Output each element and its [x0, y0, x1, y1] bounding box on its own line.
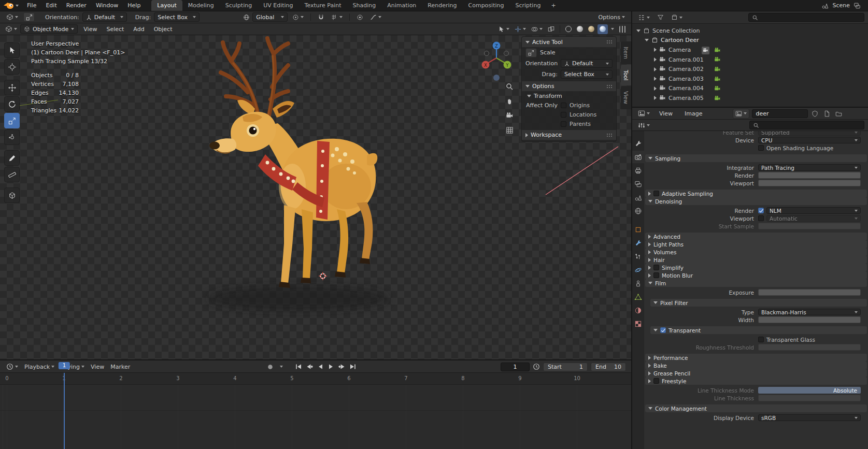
3d-viewport[interactable]: User Perspective (1) Cartoon Deer | Plan…	[0, 35, 631, 359]
move-tool-button[interactable]	[4, 80, 20, 95]
topbar-menu-item[interactable]: Window	[91, 0, 123, 11]
simplify-checkbox[interactable]	[653, 265, 659, 270]
cursor-tool-button[interactable]	[4, 59, 20, 75]
scale-tool-chip[interactable]	[525, 48, 537, 57]
fake-user-button[interactable]	[810, 109, 820, 118]
denoise-viewport-checkbox[interactable]	[758, 215, 764, 221]
sampling-section-header[interactable]: Sampling	[645, 154, 867, 162]
integrator-dropdown[interactable]: Path Tracing	[758, 164, 861, 171]
transparent-subsection-header[interactable]: Transparent	[650, 326, 867, 334]
next-keyframe-button[interactable]	[337, 362, 347, 371]
mode-dropdown[interactable]: Object Mode	[20, 24, 78, 34]
auto-keying-button[interactable]	[265, 362, 275, 371]
tab-render[interactable]	[632, 151, 644, 163]
grease-pencil-section-header[interactable]: Grease Pencil	[645, 369, 867, 377]
camera-object-row[interactable]: Camera.005	[632, 93, 868, 103]
filter-width-field[interactable]	[758, 316, 861, 323]
panel-orientation-dropdown[interactable]: Default	[561, 59, 613, 68]
image-view-menu[interactable]: View	[654, 110, 677, 117]
playback-menu[interactable]: Playback	[22, 362, 56, 372]
viewport-menu-item[interactable]: Object	[149, 26, 177, 33]
transparent-glass-checkbox[interactable]	[758, 337, 764, 342]
shading-rendered-button[interactable]	[597, 24, 608, 34]
light-paths-section-header[interactable]: Light Paths	[645, 240, 867, 248]
proportional-editing-toggle[interactable]	[354, 12, 365, 22]
navigation-gizmo[interactable]: Z X Y	[477, 39, 516, 83]
parents-checkbox[interactable]	[561, 121, 566, 127]
camera-object-row[interactable]: Camera.002	[632, 64, 868, 74]
orientation-dropdown[interactable]: Default	[82, 12, 127, 22]
timeline-ruler[interactable]: 012345678910	[0, 373, 631, 385]
topbar-menu-item[interactable]: Help	[123, 0, 145, 11]
simplify-section-header[interactable]: Simplify	[645, 264, 867, 271]
topbar-menu-item[interactable]: File	[22, 0, 41, 11]
collection-row[interactable]: Cartoon Deer	[632, 36, 868, 46]
proportional-falloff-dropdown[interactable]	[368, 12, 383, 22]
topbar-menu-item[interactable]: Edit	[41, 0, 61, 11]
freestyle-checkbox[interactable]	[653, 378, 659, 384]
options-dropdown[interactable]: Options	[596, 12, 627, 22]
pivot-orientation-dropdown[interactable]: Global	[252, 12, 288, 22]
pixel-filter-subsection-header[interactable]: Pixel Filter	[650, 299, 867, 307]
transform-tool-button[interactable]	[4, 129, 20, 145]
roughness-threshold-field[interactable]	[758, 344, 861, 351]
light-path-line[interactable]	[544, 145, 619, 197]
drag-dropdown[interactable]: Select Box	[154, 12, 200, 22]
tab-view-layer[interactable]	[632, 178, 644, 190]
view-layer-icon[interactable]	[853, 2, 861, 9]
deer-3d-render[interactable]	[181, 35, 430, 326]
add-cube-tool-button[interactable]	[4, 187, 20, 203]
sidebar-tab-view[interactable]: View	[621, 86, 631, 109]
film-section-header[interactable]: Film	[645, 279, 867, 287]
image-menu[interactable]: Image	[680, 110, 707, 117]
camera-render-toggle[interactable]	[714, 84, 721, 94]
current-frame-badge[interactable]: 1	[59, 362, 70, 369]
tab-tool[interactable]	[632, 137, 644, 150]
performance-section-header[interactable]: Performance	[645, 354, 867, 361]
camera-object-row[interactable]: Camera.001	[632, 55, 868, 65]
device-dropdown[interactable]: CPU	[758, 137, 861, 143]
display-device-dropdown[interactable]: sRGB	[758, 414, 861, 421]
advanced-section-header[interactable]: Advanced	[645, 233, 867, 240]
viewport-menu-item[interactable]: View	[79, 26, 102, 33]
tab-material[interactable]	[632, 304, 644, 316]
image-browse-dropdown[interactable]	[733, 109, 749, 119]
tab-world[interactable]	[632, 205, 644, 217]
workspace-tab[interactable]: Compositing	[463, 0, 510, 11]
workspace-tab[interactable]: Rendering	[422, 0, 462, 11]
workspace-tab[interactable]: Texture Paint	[299, 0, 347, 11]
tab-output[interactable]	[632, 164, 644, 177]
timeline-track-area[interactable]	[0, 385, 631, 449]
transparent-checkbox[interactable]	[660, 327, 666, 333]
samples-viewport-field[interactable]	[758, 180, 861, 186]
workspace-tab[interactable]: Animation	[381, 0, 422, 11]
image-editor-selector[interactable]	[636, 109, 652, 119]
start-sample-field[interactable]	[758, 223, 861, 229]
topbar-menu-item[interactable]: Render	[62, 0, 91, 11]
camera-render-toggle[interactable]	[714, 46, 721, 55]
line-thickness-field[interactable]	[758, 395, 861, 401]
tab-object-data[interactable]	[632, 291, 644, 303]
properties-editor-selector[interactable]	[636, 120, 652, 130]
pan-button[interactable]	[504, 95, 515, 107]
workspace-tab[interactable]: Scripting	[509, 0, 546, 11]
image-name-field[interactable]: deer	[752, 109, 808, 118]
denoising-section-header[interactable]: Denoising	[645, 197, 867, 205]
snap-toggle[interactable]	[316, 12, 326, 22]
properties-search-input[interactable]	[762, 122, 861, 128]
jump-to-start-button[interactable]	[293, 362, 303, 371]
panel-grip-icon[interactable]	[606, 84, 613, 89]
scale-tool-button[interactable]	[4, 113, 20, 128]
workspace-tab[interactable]: Sculpting	[220, 0, 258, 11]
camera-view-button[interactable]	[504, 110, 515, 121]
camera-render-toggle[interactable]	[714, 65, 721, 75]
select-box-tool-button[interactable]	[4, 42, 20, 58]
editor-type-selector[interactable]	[3, 24, 19, 34]
camera-render-toggle[interactable]	[714, 75, 721, 84]
playhead[interactable]	[64, 373, 65, 449]
current-frame-field[interactable]: 1	[501, 363, 530, 371]
sidebar-tab-tool[interactable]: Tool	[621, 65, 631, 85]
add-workspace-button[interactable]: +	[546, 0, 560, 11]
shading-wireframe-button[interactable]	[563, 24, 574, 34]
scene-selector[interactable]: Scene	[821, 0, 868, 11]
